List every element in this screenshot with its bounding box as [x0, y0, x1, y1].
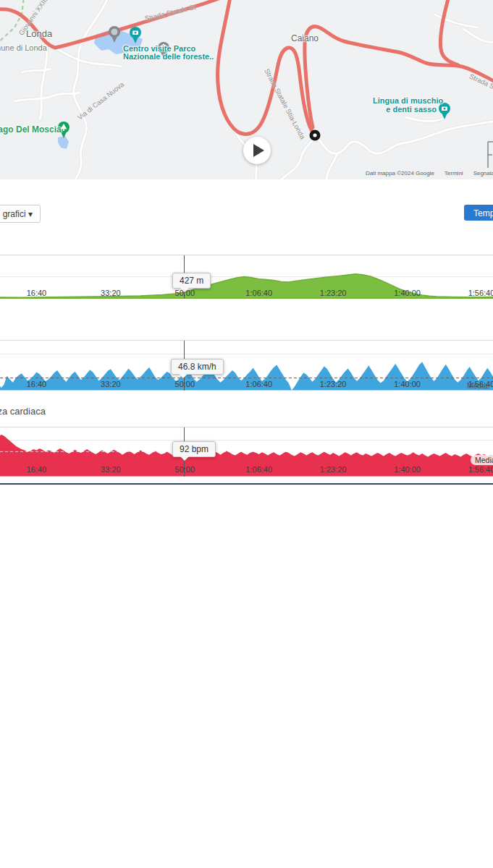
graphs-dropdown[interactable]: grafici ▾	[0, 205, 41, 223]
activity-page: Londa Caiano Comune di Londa Centro visi…	[0, 0, 493, 868]
x-axis-tick: 33:20	[89, 380, 132, 388]
heart-rate-x-axis: 16:4033:2050:001:06:401:23:201:40:001:56…	[0, 465, 493, 475]
x-axis-tick: 1:23:20	[311, 465, 355, 474]
poi-label-lingua-1: Lingua di muschio	[373, 96, 437, 105]
poi-label-comune: Comune di Londa	[0, 43, 47, 52]
map-attribution: Dati mappa ©2024 Google Termini Segnala …	[366, 170, 493, 176]
x-axis-tick: 1:56:40	[460, 465, 493, 474]
x-axis-tick: 1:06:40	[237, 380, 281, 388]
section-divider	[0, 483, 493, 485]
x-axis-tick: 1:23:20	[311, 380, 355, 388]
x-axis-tick: 50:00	[163, 380, 206, 388]
x-axis-tick: 1:06:40	[237, 465, 281, 474]
speed-x-axis: 16:4033:2050:001:06:401:23:201:40:001:56…	[0, 380, 493, 390]
attribution-map-data: Dati mappa ©2024 Google	[366, 170, 434, 176]
x-axis-tick: 1:56:40	[460, 289, 493, 297]
x-axis-tick: 1:40:00	[386, 465, 429, 474]
play-icon	[253, 144, 264, 157]
x-axis-tick: 1:40:00	[386, 289, 429, 297]
x-axis-tick: 33:20	[89, 289, 132, 297]
playback-button[interactable]	[243, 137, 271, 164]
attribution-terms-link[interactable]: Termini	[444, 170, 463, 176]
speed-tooltip: 46.8 km/h	[171, 359, 224, 375]
x-axis-tick: 1:40:00	[386, 380, 429, 388]
attribution-report-link[interactable]: Segnala un errore	[473, 170, 493, 176]
heart-rate-tooltip: 92 bpm	[172, 441, 216, 457]
elevation-tooltip: 427 m	[172, 273, 211, 289]
route-position-marker[interactable]	[310, 130, 321, 141]
poi-label-centro-2: Nazionale delle foreste..	[123, 52, 214, 61]
town-label-londa: Londa	[26, 28, 52, 39]
tempo-toggle-button[interactable]: Tempo	[464, 205, 493, 221]
x-axis-tick: 1:06:40	[237, 289, 281, 297]
x-axis-tick: 16:40	[14, 289, 58, 297]
x-axis-tick: 1:23:20	[311, 289, 355, 297]
x-axis-tick: 50:00	[163, 465, 206, 474]
x-axis-tick: 33:20	[89, 465, 132, 474]
heart-rate-average-label: Media:	[471, 455, 493, 465]
town-label-caiano: Caiano	[291, 33, 319, 43]
speed-average-label: Media:	[467, 381, 490, 390]
route-map[interactable]: Londa Caiano Comune di Londa Centro visi…	[0, 0, 493, 179]
x-axis-tick: 16:40	[14, 380, 58, 388]
poi-label-lago: Lago Del Moscia	[0, 124, 62, 135]
poi-label-lingua-2: e denti sasso	[373, 105, 437, 114]
heart-rate-section-title: Frequenza cardiaca	[0, 406, 46, 417]
elevation-x-axis: 16:4033:2050:001:06:401:23:201:40:001:56…	[0, 289, 493, 299]
x-axis-tick: 16:40	[14, 465, 58, 474]
